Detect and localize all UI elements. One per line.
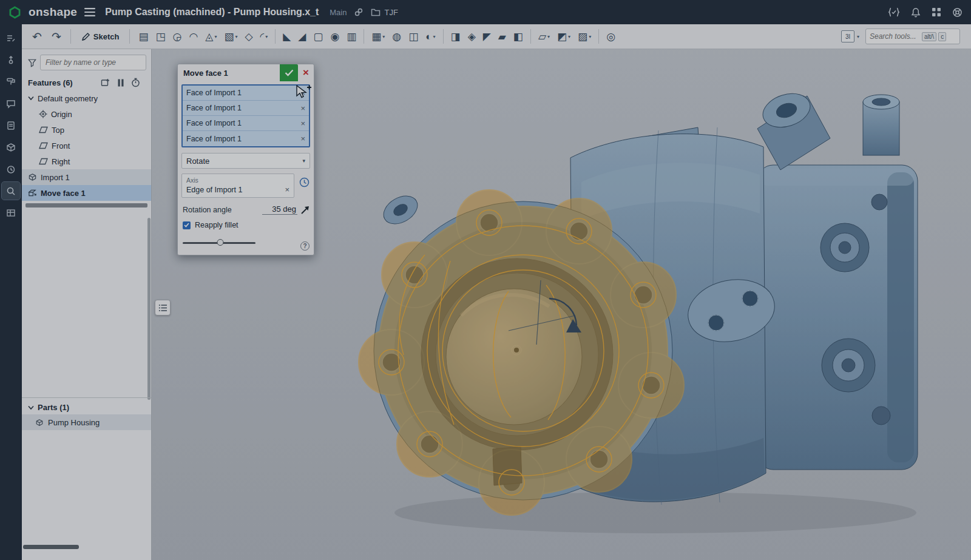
axis-selection-box[interactable]: Axis Edge of Import 1 × (181, 174, 294, 198)
face-entry[interactable]: Face of Import 1 × (183, 116, 309, 131)
remove-face-icon[interactable]: × (300, 134, 305, 143)
search-tools-input[interactable] (866, 32, 922, 41)
remove-face-icon[interactable]: × (300, 119, 305, 128)
rotation-angle-input[interactable]: 35 deg (262, 204, 297, 215)
app-grid-icon[interactable] (932, 7, 941, 17)
main-menu-icon[interactable] (84, 8, 95, 16)
history-clock-icon[interactable] (2, 160, 20, 178)
face-entry[interactable]: Face of Import 1 × (183, 131, 309, 146)
tool-rib-icon[interactable]: ▥ (343, 28, 360, 45)
tool-move-face-icon[interactable]: ▰ (495, 28, 510, 45)
tool-extrude-icon[interactable]: ◳ (152, 28, 169, 45)
notifications-bell-icon[interactable] (911, 7, 921, 18)
parts-cube-icon[interactable] (2, 138, 20, 156)
feature-filter-input[interactable] (40, 55, 146, 70)
move-type-dropdown[interactable]: Rotate ▾ (181, 153, 310, 169)
feature-item-origin[interactable]: Origin (22, 106, 151, 122)
feature-item-import-1[interactable]: Import 1 (22, 169, 151, 185)
caret-down-icon[interactable]: ▾ (214, 34, 217, 39)
feature-panel-hscrollbar[interactable] (23, 545, 79, 549)
tool-sheet-metal-icon[interactable]: ▨▾ (574, 28, 595, 45)
tool-composite-curve-icon[interactable]: ◩▾ (553, 28, 574, 45)
appearance-brush-icon[interactable] (2, 73, 20, 90)
feature-item-default-geometry[interactable]: Default geometry (22, 90, 151, 106)
features-panel-icon[interactable] (2, 29, 20, 47)
named-views-button[interactable]: 3l ▾ (841, 30, 859, 42)
caret-down-icon[interactable]: ▾ (568, 34, 570, 39)
feature-item-right-plane[interactable]: Right (22, 153, 151, 169)
chevron-down-icon[interactable] (28, 405, 34, 410)
tool-mirror-icon[interactable]: ◫ (405, 28, 422, 45)
caret-down-icon[interactable]: ▾ (547, 34, 550, 39)
caret-down-icon[interactable]: ▾ (857, 34, 859, 39)
face-entry[interactable]: Face of Import 1 × (183, 86, 309, 101)
tool-boolean-icon[interactable]: ◐▾ (422, 28, 439, 45)
caret-down-icon[interactable]: ▾ (382, 34, 385, 39)
tool-delete-face-icon[interactable]: ◤ (479, 28, 495, 45)
precision-slider[interactable] (183, 239, 255, 246)
flip-direction-arrow-icon[interactable] (300, 205, 310, 215)
caret-down-icon[interactable]: ▾ (235, 34, 237, 39)
reapply-fillet-row[interactable]: Reapply fillet (183, 221, 310, 229)
tool-thicken-icon[interactable]: ▧▾ (220, 28, 241, 45)
feature-item-move-face-1[interactable]: Move face 1 (22, 185, 151, 201)
caret-down-icon[interactable]: ▾ (589, 34, 591, 39)
caret-down-icon[interactable]: ▾ (265, 34, 268, 39)
chevron-down-icon[interactable] (28, 96, 34, 101)
help-icon[interactable] (952, 7, 963, 18)
document-title[interactable]: Pump Casting (machined) - Pump Housing.x… (105, 7, 319, 18)
notes-icon[interactable] (2, 116, 20, 134)
tool-linear-pattern-icon[interactable]: ▦▾ (368, 28, 388, 45)
tool-derived-icon[interactable]: ▤ (135, 28, 152, 45)
remove-axis-icon[interactable]: × (285, 185, 289, 194)
share-link-icon[interactable] (354, 7, 364, 17)
changelog-check-icon[interactable] (888, 7, 900, 17)
feature-item-front-plane[interactable]: Front (22, 138, 151, 153)
tool-split-icon[interactable]: ◨ (447, 28, 464, 45)
tool-sweep-icon[interactable]: ◠ (185, 28, 201, 45)
parts-header[interactable]: Parts (1) (22, 400, 151, 414)
accept-button[interactable] (280, 64, 298, 81)
tool-enclose-icon[interactable]: ◇ (241, 28, 256, 45)
rollback-bar[interactable] (25, 203, 147, 207)
feature-item-top-plane[interactable]: Top (22, 122, 151, 138)
redo-button[interactable]: ↷ (47, 29, 66, 45)
face-entry[interactable]: Face of Import 1 × (183, 101, 309, 116)
tool-featurescript-icon[interactable]: ◎ (603, 28, 619, 45)
fillet-slider-thumb[interactable] (217, 239, 224, 246)
search-icon[interactable] (2, 182, 20, 200)
remove-face-icon[interactable]: × (300, 104, 305, 113)
tool-hole-icon[interactable]: ◉ (326, 28, 343, 45)
onshape-logo[interactable] (8, 6, 21, 19)
mate-connector-icon[interactable] (2, 51, 20, 69)
tool-plane-icon[interactable]: ▱▾ (535, 28, 553, 45)
caret-down-icon[interactable]: ▾ (433, 34, 436, 39)
insert-feature-icon[interactable] (101, 78, 110, 87)
tool-transform-icon[interactable]: ◈ (464, 28, 479, 45)
tool-offset-surface-icon[interactable]: ◧ (510, 28, 527, 45)
feature-panel-scrollbar[interactable] (147, 218, 151, 400)
undo-button[interactable]: ↶ (28, 29, 46, 45)
part-item-pump-housing[interactable]: Pump Housing (22, 414, 151, 430)
tool-chamfer-icon[interactable]: ◣ (279, 28, 294, 45)
folder-breadcrumb[interactable]: TJF (371, 8, 398, 17)
cancel-button[interactable]: × (298, 64, 314, 81)
tool-revolve-icon[interactable]: ◶ (169, 28, 186, 45)
tool-draft-icon[interactable]: ◢ (294, 28, 310, 45)
sketch-button[interactable]: Sketch (76, 30, 125, 43)
reapply-fillet-checkbox[interactable] (183, 221, 191, 229)
feature-list-toggle-button[interactable] (155, 300, 171, 315)
suppress-pause-icon[interactable] (118, 79, 124, 87)
search-tools-box[interactable]: alt/\ c (865, 29, 960, 44)
filter-funnel-icon[interactable] (28, 58, 36, 67)
recent-selection-clock-icon[interactable] (299, 177, 310, 189)
workspace-name[interactable]: Main (330, 8, 347, 17)
tool-loft-icon[interactable]: ◬▾ (201, 28, 220, 45)
tool-circular-pattern-icon[interactable]: ◍ (388, 28, 405, 45)
tool-fillet-icon[interactable]: ◜▾ (257, 28, 272, 45)
dialog-help-button[interactable]: ? (300, 241, 310, 251)
comments-icon[interactable] (2, 95, 20, 112)
tool-shell-icon[interactable]: ▢ (310, 28, 326, 45)
bom-table-icon[interactable] (2, 204, 20, 221)
regen-stopwatch-icon[interactable] (131, 78, 140, 87)
